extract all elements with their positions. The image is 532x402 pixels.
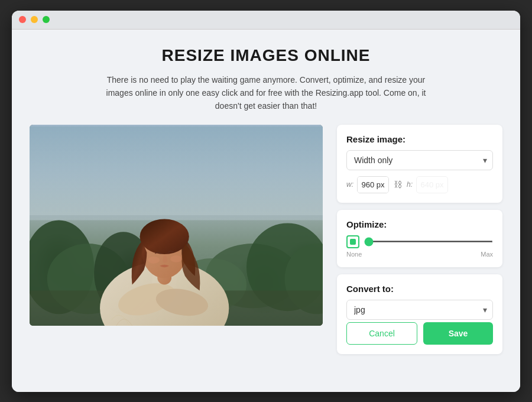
width-input[interactable] <box>358 177 388 193</box>
height-input-wrapper <box>416 176 448 193</box>
settings-panel: Resize image: Width only Height only Exa… <box>337 125 502 354</box>
image-preview <box>30 125 323 326</box>
convert-card: Convert to: jpg png webp gif Cancel Save <box>337 274 502 354</box>
slider-label-none: None <box>346 251 362 258</box>
resize-mode-wrapper[interactable]: Width only Height only Exact size Percen… <box>346 150 493 170</box>
image-bg <box>30 125 323 326</box>
resize-mode-select[interactable]: Width only Height only Exact size Percen… <box>346 150 493 170</box>
width-label: w: <box>346 180 353 189</box>
maximize-button[interactable] <box>43 16 50 23</box>
svg-point-14 <box>140 219 189 254</box>
slider-label-max: Max <box>481 251 493 258</box>
portrait-illustration <box>30 125 323 326</box>
optimize-slider[interactable] <box>364 241 493 242</box>
convert-label: Convert to: <box>346 284 493 294</box>
link-icon: ⛓ <box>392 180 403 189</box>
optimize-label: Optimize: <box>346 219 493 229</box>
height-label: h: <box>407 180 413 189</box>
height-input <box>417 177 447 193</box>
convert-format-wrapper[interactable]: jpg png webp gif <box>346 300 493 320</box>
convert-format-select[interactable]: jpg png webp gif <box>346 300 493 320</box>
page-description: There is no need to play the waiting gam… <box>100 73 432 113</box>
close-button[interactable] <box>19 16 26 23</box>
minimize-button[interactable] <box>31 16 38 23</box>
optimize-card: Optimize: None Max <box>337 210 502 267</box>
optimize-icon <box>346 235 359 248</box>
cancel-button[interactable]: Cancel <box>346 322 417 345</box>
svg-rect-0 <box>30 126 323 220</box>
dimensions-row: w: ⛓ h: <box>346 176 493 193</box>
app-window: RESIZE IMAGES ONLINE There is no need to… <box>12 11 520 392</box>
page-title: RESIZE IMAGES ONLINE <box>35 46 497 65</box>
optimize-icon-inner <box>350 239 356 245</box>
slider-labels: None Max <box>346 251 493 258</box>
resize-card: Resize image: Width only Height only Exa… <box>337 125 502 203</box>
width-input-wrapper[interactable] <box>357 176 389 193</box>
main-area: Resize image: Width only Height only Exa… <box>12 125 520 392</box>
buttons-row: Cancel Save <box>346 322 493 345</box>
titlebar <box>12 11 520 30</box>
svg-point-16 <box>170 255 182 262</box>
save-button[interactable]: Save <box>423 322 493 345</box>
page-header: RESIZE IMAGES ONLINE There is no need to… <box>12 30 520 125</box>
resize-label: Resize image: <box>346 134 493 144</box>
slider-wrapper <box>346 235 493 248</box>
page-content: RESIZE IMAGES ONLINE There is no need to… <box>12 30 520 392</box>
svg-point-15 <box>148 257 160 264</box>
